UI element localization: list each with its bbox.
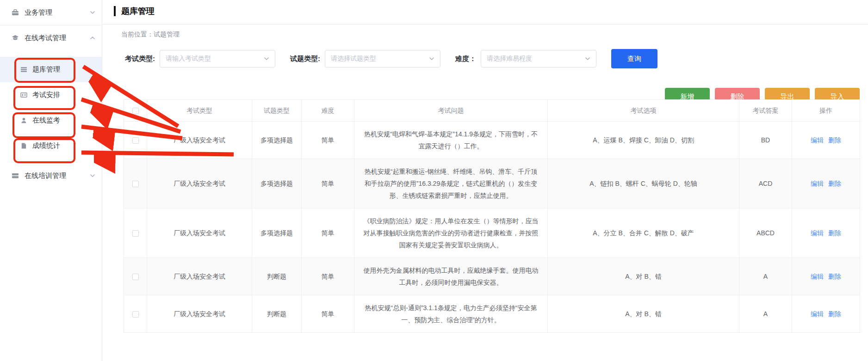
server-icon — [12, 172, 19, 179]
row-checkbox[interactable] — [132, 181, 139, 187]
edit-link[interactable]: 编辑 — [811, 273, 824, 280]
cell-question: 热机安规“电焊和气焊-基本规定”14.1.9条规定，下雨雪时，不宜露天进行（）工… — [354, 122, 548, 159]
cell-answer: ACD — [739, 159, 792, 208]
cell-exam-type: 厂级入场安全考试 — [147, 295, 252, 333]
chevron-down-icon — [585, 56, 590, 61]
sidebar-item-成绩统计[interactable]: 成绩统计 — [0, 133, 102, 159]
table-row: 厂级入场安全考试判断题简单使用外壳为金属材料的电动工具时，应戴绝缘手套。使用电动… — [124, 258, 860, 295]
sidebar: 业务管理在线考试管理题库管理考试安排在线监考成绩统计在线培训管理 — [0, 0, 102, 361]
column-header-2: 难度 — [302, 100, 354, 122]
breadcrumb: 当前位置：试题管理 — [121, 31, 180, 39]
filter-label-0: 考试类型: — [125, 55, 155, 63]
cell-exam-type: 厂级入场安全考试 — [147, 258, 252, 295]
cell-actions: 编辑删除 — [792, 122, 860, 159]
cell-answer: ABCD — [739, 208, 792, 258]
column-header-6: 操作 — [792, 100, 860, 122]
chevron-down-icon — [264, 56, 269, 61]
cell-question-type: 多项选择题 — [252, 122, 302, 159]
sidebar-group-2[interactable]: 在线培训管理 — [0, 163, 102, 188]
cell-question-type: 多项选择题 — [252, 208, 302, 258]
row-checkbox-cell — [124, 258, 147, 295]
sidebar-item-label: 在线监考 — [32, 116, 60, 125]
filter-label-1: 试题类型: — [290, 55, 320, 63]
cell-options: A、对 B、错 — [548, 295, 739, 333]
row-checkbox[interactable] — [132, 137, 139, 144]
cell-question: 热机安规“起重和搬运-钢丝绳、纤维绳、吊钩、滑车、千斤顶和手拉葫芦的使用”16.… — [354, 159, 548, 208]
row-checkbox[interactable] — [132, 274, 139, 280]
filter-select-2[interactable]: 请选择难易程度 — [481, 50, 596, 67]
cell-options: A、分立 B、合并 C、解散 D、破产 — [548, 208, 739, 258]
cell-difficulty: 简单 — [302, 208, 354, 258]
column-header-1: 试题类型 — [252, 100, 302, 122]
query-button[interactable]: 查询 — [611, 49, 657, 68]
cell-difficulty: 简单 — [302, 159, 354, 208]
column-header-4: 考试选项 — [548, 100, 739, 122]
sidebar-group-label: 在线培训管理 — [25, 171, 90, 180]
divider — [103, 24, 868, 24]
filter-0: 考试类型:请输入考试类型 — [125, 50, 275, 67]
delete-link[interactable]: 删除 — [828, 136, 841, 144]
select-all-header-cell — [124, 100, 147, 122]
cell-exam-type: 厂级入场安全考试 — [147, 159, 252, 208]
user-icon — [20, 117, 27, 124]
cell-question: 使用外壳为金属材料的电动工具时，应戴绝缘手套。使用电动工具时，必须同时使用漏电保… — [354, 258, 548, 295]
page-title-row: 题库管理 — [114, 6, 155, 17]
sidebar-item-label: 题库管理 — [32, 65, 60, 74]
edit-link[interactable]: 编辑 — [811, 229, 824, 237]
cell-answer: A — [739, 258, 792, 295]
cell-question-type: 判断题 — [252, 295, 302, 333]
row-checkbox-cell — [124, 208, 147, 258]
select-all-checkbox[interactable] — [132, 108, 139, 114]
cell-exam-type: 厂级入场安全考试 — [147, 122, 252, 159]
cell-answer: A — [739, 295, 792, 333]
filter-select-1[interactable]: 请选择试题类型 — [325, 50, 440, 67]
cell-question-type: 多项选择题 — [252, 159, 302, 208]
edit-link[interactable]: 编辑 — [811, 310, 824, 318]
cell-question: 热机安规“总则-通则”3.1.1条规定，电力生产必须坚持“安全第一、预防为主、综… — [354, 295, 548, 333]
delete-link[interactable]: 删除 — [828, 310, 841, 318]
file-icon — [20, 142, 27, 149]
cell-difficulty: 简单 — [302, 122, 354, 159]
chevron-down-icon — [429, 56, 434, 61]
column-header-3: 考试问题 — [354, 100, 548, 122]
cell-actions: 编辑删除 — [792, 159, 860, 208]
column-header-0: 考试类型 — [147, 100, 252, 122]
cell-answer: BD — [739, 122, 792, 159]
row-checkbox[interactable] — [132, 311, 139, 318]
filter-2: 难度：请选择难易程度 — [455, 50, 596, 67]
sidebar-item-题库管理[interactable]: 题库管理 — [0, 57, 102, 82]
edit-link[interactable]: 编辑 — [811, 136, 824, 144]
cell-difficulty: 简单 — [302, 295, 354, 333]
chevron-up-icon — [90, 35, 95, 41]
sidebar-item-label: 成绩统计 — [32, 141, 60, 150]
delete-link[interactable]: 删除 — [828, 273, 841, 280]
cell-question-type: 判断题 — [252, 258, 302, 295]
edit-link[interactable]: 编辑 — [811, 180, 824, 187]
table-row: 厂级入场安全考试判断题简单热机安规“总则-通则”3.1.1条规定，电力生产必须坚… — [124, 295, 860, 333]
table-header-row: 考试类型试题类型难度考试问题考试选项考试答案操作 — [124, 100, 860, 122]
cell-difficulty: 简单 — [302, 258, 354, 295]
table-row: 厂级入场安全考试多项选择题简单热机安规“起重和搬运-钢丝绳、纤维绳、吊钩、滑车、… — [124, 159, 860, 208]
delete-link[interactable]: 删除 — [828, 229, 841, 237]
sidebar-group-1[interactable]: 在线考试管理 — [0, 25, 102, 50]
question-table: 考试类型试题类型难度考试问题考试选项考试答案操作 厂级入场安全考试多项选择题简单… — [124, 99, 860, 333]
chevron-down-icon — [90, 10, 95, 15]
question-bank-management-page: { "colors": { "primary_blue": "#2468F2",… — [0, 0, 868, 361]
sidebar-item-考试安排[interactable]: 考试安排 — [0, 82, 102, 108]
delete-link[interactable]: 删除 — [828, 180, 841, 187]
title-marker — [114, 6, 116, 16]
row-checkbox-cell — [124, 122, 147, 159]
filter-placeholder-0: 请输入考试类型 — [166, 55, 211, 63]
row-checkbox[interactable] — [132, 230, 139, 237]
filter-select-0[interactable]: 请输入考试类型 — [160, 50, 275, 67]
filter-label-2: 难度： — [455, 55, 476, 63]
briefcase-icon — [12, 9, 19, 16]
sidebar-item-在线监考[interactable]: 在线监考 — [0, 108, 102, 133]
table-row: 厂级入场安全考试多项选择题简单《职业病防治法》规定：用人单位在发生（）等情形时，… — [124, 208, 860, 258]
cell-actions: 编辑删除 — [792, 258, 860, 295]
page-title: 题库管理 — [121, 6, 155, 17]
sidebar-group-0[interactable]: 业务管理 — [0, 0, 102, 25]
filter-1: 试题类型:请选择试题类型 — [290, 50, 440, 67]
filter-row: 考试类型:请输入考试类型试题类型:请选择试题类型难度：请选择难易程度查询 — [125, 49, 657, 68]
question-table-wrapper: 考试类型试题类型难度考试问题考试选项考试答案操作 厂级入场安全考试多项选择题简单… — [124, 99, 860, 333]
